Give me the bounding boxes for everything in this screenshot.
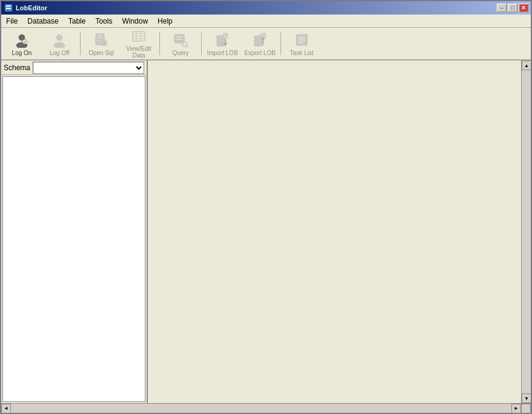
scroll-track-vertical [522, 70, 531, 393]
bottom-bar: ◄ ► [1, 403, 531, 413]
maximize-button[interactable]: □ [508, 4, 517, 12]
toolbar-sep-4 [281, 32, 281, 55]
scroll-left-button[interactable]: ◄ [1, 404, 11, 413]
svg-rect-37 [298, 37, 305, 38]
import-lob-button[interactable]: Import LOB [204, 29, 241, 58]
log-off-label: Log Off [50, 50, 70, 56]
scroll-up-button[interactable]: ▲ [522, 61, 531, 70]
svg-rect-38 [298, 39, 305, 41]
schema-label: Schema [4, 64, 30, 72]
right-panel [148, 61, 521, 403]
menu-bar: File Database Table Tools Window Help [1, 15, 531, 28]
svg-rect-39 [298, 42, 303, 43]
right-scrollbar: ▲ ▼ [521, 61, 531, 403]
log-off-icon [51, 31, 68, 48]
open-sql-label: Open Sql [88, 50, 114, 56]
close-button[interactable]: ✕ [519, 4, 528, 12]
title-buttons: – □ ✕ [497, 4, 528, 12]
minimize-button[interactable]: – [497, 4, 507, 12]
scroll-down-button[interactable]: ▼ [522, 393, 531, 403]
menu-file[interactable]: File [1, 15, 22, 27]
toolbar-sep-2 [159, 32, 160, 55]
log-on-button[interactable]: ✓ Log On [4, 29, 40, 58]
main-window: LobEditor – □ ✕ File Database Table Tool… [0, 0, 532, 414]
open-sql-icon [93, 31, 110, 48]
toolbar-sep-1 [80, 32, 81, 55]
title-bar: LobEditor – □ ✕ [1, 1, 531, 15]
svg-point-8 [54, 42, 65, 48]
view-edit-data-label: View/Edit Data [122, 45, 155, 59]
table-list[interactable] [2, 76, 145, 402]
scroll-corner [521, 404, 531, 413]
menu-tools[interactable]: Tools [90, 15, 117, 27]
svg-rect-28 [223, 33, 228, 38]
view-edit-data-button[interactable]: View/Edit Data [121, 29, 157, 58]
svg-point-24 [182, 42, 187, 47]
task-list-label: Task List [290, 50, 314, 56]
svg-text:✓: ✓ [23, 40, 27, 44]
log-off-button[interactable]: Log Off [41, 29, 78, 58]
query-icon [172, 31, 189, 48]
task-list-button[interactable]: Task List [284, 29, 320, 58]
toolbar: ✓ Log On Log Off [1, 28, 531, 61]
bottom-scrollbar: ◄ ► [1, 404, 521, 413]
svg-point-7 [56, 34, 62, 41]
menu-table[interactable]: Table [64, 15, 91, 27]
menu-help[interactable]: Help [153, 15, 178, 27]
export-lob-label: Export LOB [244, 50, 276, 56]
import-lob-icon [214, 31, 231, 48]
menu-window[interactable]: Window [117, 15, 153, 27]
open-sql-button[interactable]: Open Sql [83, 29, 119, 58]
import-lob-label: Import LOB [207, 50, 238, 56]
schema-bar: Schema [1, 61, 147, 75]
toolbar-sep-3 [201, 32, 202, 55]
schema-select[interactable] [33, 62, 144, 74]
log-on-label: Log On [12, 50, 32, 56]
svg-line-25 [187, 46, 188, 47]
app-icon [4, 3, 13, 13]
window-title: LobEditor [16, 4, 47, 12]
svg-rect-2 [6, 8, 11, 9]
content-area: Schema ▲ ▼ [1, 61, 531, 403]
svg-rect-1 [6, 5, 11, 7]
menu-database[interactable]: Database [22, 15, 63, 27]
task-list-icon [293, 31, 310, 48]
svg-rect-12 [97, 40, 101, 41]
left-panel: Schema [1, 61, 148, 403]
log-on-icon: ✓ [13, 31, 30, 48]
scroll-track-horizontal [11, 404, 511, 413]
export-lob-button[interactable]: Export LOB [242, 29, 278, 58]
query-label: Query [172, 50, 188, 56]
scroll-right-button[interactable]: ► [511, 404, 521, 413]
title-bar-left: LobEditor [4, 3, 47, 13]
export-lob-icon [251, 31, 268, 48]
svg-rect-22 [176, 36, 183, 38]
query-button[interactable]: Query [162, 29, 199, 58]
svg-rect-23 [176, 39, 183, 40]
view-edit-data-icon [130, 28, 147, 44]
svg-rect-11 [97, 38, 103, 39]
svg-rect-10 [97, 35, 103, 36]
